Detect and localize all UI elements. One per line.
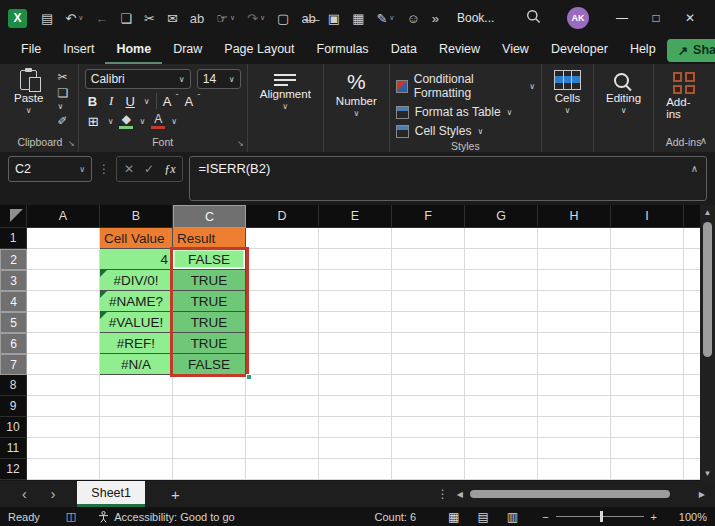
cell-G3[interactable] (465, 270, 538, 291)
strikethrough-icon[interactable]: a̶b̶ (297, 9, 319, 28)
column-header-C[interactable]: C (173, 205, 246, 228)
undo-icon[interactable]: ↶∨ (61, 9, 87, 28)
overflow-icon[interactable]: » (428, 9, 443, 28)
select-all-button[interactable] (0, 205, 27, 228)
cell-H8[interactable] (538, 375, 611, 396)
cell-F12[interactable] (392, 459, 465, 480)
cell-I11[interactable] (611, 438, 684, 459)
paste-button[interactable]: Paste ∨ (8, 69, 49, 127)
number-button[interactable]: % Number ∨ (330, 69, 383, 119)
cell-A3[interactable] (27, 270, 100, 291)
column-header-A[interactable]: A (27, 205, 100, 228)
next-sheet-button[interactable]: › (39, 486, 68, 502)
cell-C4[interactable]: TRUE (173, 291, 246, 312)
row-header-2[interactable]: 2 (0, 249, 27, 270)
increase-font-size-button[interactable]: Aˆ (163, 94, 179, 109)
cell-E10[interactable] (319, 417, 392, 438)
cell-D10[interactable] (246, 417, 319, 438)
cell-G12[interactable] (465, 459, 538, 480)
font-size-select[interactable]: 14 ∨ (197, 69, 241, 89)
enter-button[interactable]: ✓ (144, 162, 154, 176)
cell-H2[interactable] (538, 249, 611, 270)
cell-I4[interactable] (611, 291, 684, 312)
macro-record-icon[interactable]: ◫ (66, 510, 76, 523)
camera-icon[interactable]: ▣ (324, 9, 344, 28)
cell-H3[interactable] (538, 270, 611, 291)
cell-C6[interactable]: TRUE (173, 333, 246, 354)
cell-A7[interactable] (27, 354, 100, 375)
cell-C10[interactable] (173, 417, 246, 438)
cell-E7[interactable] (319, 354, 392, 375)
cell-D3[interactable] (246, 270, 319, 291)
account-avatar[interactable]: AK (567, 7, 589, 29)
zoom-slider[interactable] (556, 516, 644, 517)
chevron-down-icon[interactable]: ∨ (144, 97, 150, 106)
horizontal-scrollbar[interactable] (467, 488, 695, 500)
cell-H1[interactable] (538, 228, 611, 249)
cell-D8[interactable] (246, 375, 319, 396)
cell-A10[interactable] (27, 417, 100, 438)
cell-B7[interactable]: #N/A (100, 354, 173, 375)
cell-D6[interactable] (246, 333, 319, 354)
cell-H6[interactable] (538, 333, 611, 354)
cell-D11[interactable] (246, 438, 319, 459)
row-header-12[interactable]: 12 (0, 459, 27, 480)
row-header-1[interactable]: 1 (0, 228, 27, 249)
column-header-E[interactable]: E (319, 205, 392, 228)
cell-E12[interactable] (319, 459, 392, 480)
row-header-5[interactable]: 5 (0, 312, 27, 333)
cell-I8[interactable] (611, 375, 684, 396)
cell-I6[interactable] (611, 333, 684, 354)
copy-button[interactable]: ❏ ∨ (57, 87, 71, 111)
cell-F9[interactable] (392, 396, 465, 417)
cell-H10[interactable] (538, 417, 611, 438)
italic-button[interactable]: I (106, 93, 116, 109)
cell-E5[interactable] (319, 312, 392, 333)
underline-button[interactable]: U (122, 94, 137, 109)
cell-E6[interactable] (319, 333, 392, 354)
cell-E3[interactable] (319, 270, 392, 291)
tab-help[interactable]: Help (619, 37, 667, 64)
tab-insert[interactable]: Insert (52, 37, 105, 64)
column-header-F[interactable]: F (392, 205, 465, 228)
row-header-10[interactable]: 10 (0, 417, 27, 438)
insert-function-button[interactable]: ƒx (164, 162, 175, 177)
addins-button[interactable]: Add-ins (660, 69, 707, 121)
find-person-icon[interactable]: ☺ (402, 9, 423, 28)
cell-I5[interactable] (611, 312, 684, 333)
bold-button[interactable]: B (85, 94, 100, 109)
cell-A5[interactable] (27, 312, 100, 333)
cell-C7[interactable]: FALSE (173, 354, 246, 375)
editing-button[interactable]: Editing ∨ (600, 69, 647, 116)
cell-C3[interactable]: TRUE (173, 270, 246, 291)
previous-sheet-button[interactable]: ‹ (10, 486, 39, 502)
column-header-I[interactable]: I (611, 205, 684, 228)
vertical-scrollbar-thumb[interactable] (703, 222, 712, 357)
vertical-scrollbar[interactable]: ▲ ▼ (700, 205, 715, 481)
close-button[interactable]: ✕ (673, 7, 707, 29)
cell-I2[interactable] (611, 249, 684, 270)
cell-H7[interactable] (538, 354, 611, 375)
sheet-tab-sheet1[interactable]: Sheet1 (77, 481, 145, 507)
cell-I1[interactable] (611, 228, 684, 249)
cut-button[interactable]: ✂ (57, 71, 71, 83)
cell-B10[interactable] (100, 417, 173, 438)
cell-E8[interactable] (319, 375, 392, 396)
row-header-8[interactable]: 8 (0, 375, 27, 396)
cell-D9[interactable] (246, 396, 319, 417)
cell-G6[interactable] (465, 333, 538, 354)
cell-D4[interactable] (246, 291, 319, 312)
clipboard-dialog-launcher[interactable]: ↘ (68, 139, 75, 148)
tab-formulas[interactable]: Formulas (306, 37, 380, 64)
name-box[interactable]: C2 ∨ (8, 156, 92, 182)
decrease-font-size-button[interactable]: Aˇ (184, 94, 200, 109)
cell-E11[interactable] (319, 438, 392, 459)
cell-B6[interactable]: #REF! (100, 333, 173, 354)
cell-B9[interactable] (100, 396, 173, 417)
scroll-right-icon[interactable]: ▶ (699, 490, 705, 499)
zoom-in-button[interactable]: + (651, 511, 657, 523)
cell-D12[interactable] (246, 459, 319, 480)
cell-I12[interactable] (611, 459, 684, 480)
zoom-out-button[interactable]: − (542, 511, 548, 523)
cells-button[interactable]: Cells ∨ (548, 69, 587, 116)
